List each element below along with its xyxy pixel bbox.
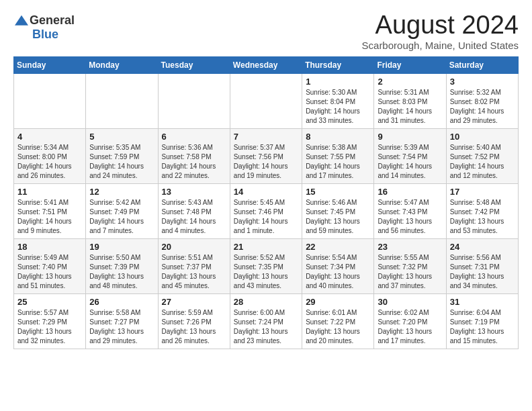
day-cell: 28Sunrise: 6:00 AM Sunset: 7:24 PM Dayli… <box>230 294 302 349</box>
day-info: Sunrise: 5:48 AM Sunset: 7:42 PM Dayligh… <box>450 198 515 236</box>
day-info: Sunrise: 5:34 AM Sunset: 8:00 PM Dayligh… <box>17 143 82 181</box>
day-info: Sunrise: 6:04 AM Sunset: 7:19 PM Dayligh… <box>450 308 515 346</box>
day-cell <box>14 74 86 129</box>
day-cell: 16Sunrise: 5:47 AM Sunset: 7:43 PM Dayli… <box>374 184 446 239</box>
day-info: Sunrise: 5:39 AM Sunset: 7:54 PM Dayligh… <box>378 143 442 181</box>
day-info: Sunrise: 5:54 AM Sunset: 7:34 PM Dayligh… <box>306 253 370 291</box>
day-number: 18 <box>17 242 82 252</box>
day-info: Sunrise: 5:50 AM Sunset: 7:39 PM Dayligh… <box>89 253 154 291</box>
day-number: 14 <box>234 187 298 197</box>
day-cell: 9Sunrise: 5:39 AM Sunset: 7:54 PM Daylig… <box>374 129 446 184</box>
calendar-table: SundayMondayTuesdayWednesdayThursdayFrid… <box>13 56 519 349</box>
day-info: Sunrise: 5:55 AM Sunset: 7:32 PM Dayligh… <box>378 253 442 291</box>
logo-icon <box>13 14 30 28</box>
location: Scarborough, Maine, United States <box>362 40 519 51</box>
weekday-header-row: SundayMondayTuesdayWednesdayThursdayFrid… <box>14 57 519 74</box>
day-number: 24 <box>450 242 515 252</box>
day-number: 23 <box>378 242 442 252</box>
weekday-header-wednesday: Wednesday <box>230 57 302 74</box>
day-info: Sunrise: 5:56 AM Sunset: 7:31 PM Dayligh… <box>450 253 515 291</box>
day-cell: 23Sunrise: 5:55 AM Sunset: 7:32 PM Dayli… <box>374 239 446 294</box>
day-number: 3 <box>450 77 515 87</box>
day-cell: 31Sunrise: 6:04 AM Sunset: 7:19 PM Dayli… <box>446 294 518 349</box>
day-info: Sunrise: 5:35 AM Sunset: 7:59 PM Dayligh… <box>89 143 154 181</box>
day-number: 15 <box>306 187 370 197</box>
day-number: 21 <box>234 242 298 252</box>
day-number: 6 <box>162 132 226 142</box>
day-number: 12 <box>89 187 154 197</box>
day-cell: 12Sunrise: 5:42 AM Sunset: 7:49 PM Dayli… <box>86 184 158 239</box>
day-number: 8 <box>306 132 370 142</box>
week-row-5: 25Sunrise: 5:57 AM Sunset: 7:29 PM Dayli… <box>14 294 519 349</box>
day-cell: 2Sunrise: 5:31 AM Sunset: 8:03 PM Daylig… <box>374 74 446 129</box>
day-cell: 25Sunrise: 5:57 AM Sunset: 7:29 PM Dayli… <box>14 294 86 349</box>
day-info: Sunrise: 5:47 AM Sunset: 7:43 PM Dayligh… <box>378 198 442 236</box>
day-number: 1 <box>306 77 370 87</box>
day-number: 2 <box>378 77 442 87</box>
day-number: 13 <box>162 187 226 197</box>
day-cell: 22Sunrise: 5:54 AM Sunset: 7:34 PM Dayli… <box>302 239 374 294</box>
day-info: Sunrise: 5:45 AM Sunset: 7:46 PM Dayligh… <box>234 198 298 236</box>
day-cell: 3Sunrise: 5:32 AM Sunset: 8:02 PM Daylig… <box>446 74 518 129</box>
day-info: Sunrise: 5:59 AM Sunset: 7:26 PM Dayligh… <box>162 308 226 346</box>
day-cell: 11Sunrise: 5:41 AM Sunset: 7:51 PM Dayli… <box>14 184 86 239</box>
weekday-header-thursday: Thursday <box>302 57 374 74</box>
day-cell <box>158 74 230 129</box>
day-number: 28 <box>234 297 298 307</box>
day-cell: 18Sunrise: 5:49 AM Sunset: 7:40 PM Dayli… <box>14 239 86 294</box>
day-info: Sunrise: 5:31 AM Sunset: 8:03 PM Dayligh… <box>378 88 442 126</box>
day-cell: 17Sunrise: 5:48 AM Sunset: 7:42 PM Dayli… <box>446 184 518 239</box>
day-number: 10 <box>450 132 515 142</box>
weekday-header-tuesday: Tuesday <box>158 57 230 74</box>
day-info: Sunrise: 5:46 AM Sunset: 7:45 PM Dayligh… <box>306 198 370 236</box>
month-title: August 2024 <box>362 11 519 40</box>
weekday-header-saturday: Saturday <box>446 57 518 74</box>
day-number: 7 <box>234 132 298 142</box>
weekday-header-monday: Monday <box>86 57 158 74</box>
day-number: 31 <box>450 297 515 307</box>
day-cell: 30Sunrise: 6:02 AM Sunset: 7:20 PM Dayli… <box>374 294 446 349</box>
logo: General Blue <box>13 13 75 42</box>
day-number: 4 <box>17 132 82 142</box>
day-info: Sunrise: 6:01 AM Sunset: 7:22 PM Dayligh… <box>306 308 370 346</box>
day-info: Sunrise: 5:57 AM Sunset: 7:29 PM Dayligh… <box>17 308 82 346</box>
day-cell: 1Sunrise: 5:30 AM Sunset: 8:04 PM Daylig… <box>302 74 374 129</box>
day-number: 17 <box>450 187 515 197</box>
day-info: Sunrise: 5:41 AM Sunset: 7:51 PM Dayligh… <box>17 198 82 236</box>
day-cell: 26Sunrise: 5:58 AM Sunset: 7:27 PM Dayli… <box>86 294 158 349</box>
svg-marker-0 <box>15 15 28 25</box>
day-number: 20 <box>162 242 226 252</box>
day-number: 5 <box>89 132 154 142</box>
day-info: Sunrise: 5:42 AM Sunset: 7:49 PM Dayligh… <box>89 198 154 236</box>
day-info: Sunrise: 5:49 AM Sunset: 7:40 PM Dayligh… <box>17 253 82 291</box>
day-cell: 27Sunrise: 5:59 AM Sunset: 7:26 PM Dayli… <box>158 294 230 349</box>
day-info: Sunrise: 5:30 AM Sunset: 8:04 PM Dayligh… <box>306 88 370 126</box>
day-cell: 20Sunrise: 5:51 AM Sunset: 7:37 PM Dayli… <box>158 239 230 294</box>
day-number: 25 <box>17 297 82 307</box>
day-number: 29 <box>306 297 370 307</box>
day-cell: 10Sunrise: 5:40 AM Sunset: 7:52 PM Dayli… <box>446 129 518 184</box>
day-cell: 29Sunrise: 6:01 AM Sunset: 7:22 PM Dayli… <box>302 294 374 349</box>
page-header: General Blue August 2024 Scarborough, Ma… <box>13 11 519 51</box>
day-info: Sunrise: 5:36 AM Sunset: 7:58 PM Dayligh… <box>162 143 226 181</box>
day-info: Sunrise: 5:58 AM Sunset: 7:27 PM Dayligh… <box>89 308 154 346</box>
day-number: 19 <box>89 242 154 252</box>
day-cell: 21Sunrise: 5:52 AM Sunset: 7:35 PM Dayli… <box>230 239 302 294</box>
logo-general: General <box>30 13 75 28</box>
day-info: Sunrise: 5:40 AM Sunset: 7:52 PM Dayligh… <box>450 143 515 181</box>
day-info: Sunrise: 6:00 AM Sunset: 7:24 PM Dayligh… <box>234 308 298 346</box>
day-cell: 6Sunrise: 5:36 AM Sunset: 7:58 PM Daylig… <box>158 129 230 184</box>
week-row-2: 4Sunrise: 5:34 AM Sunset: 8:00 PM Daylig… <box>14 129 519 184</box>
day-cell <box>230 74 302 129</box>
day-info: Sunrise: 5:51 AM Sunset: 7:37 PM Dayligh… <box>162 253 226 291</box>
weekday-header-sunday: Sunday <box>14 57 86 74</box>
logo-blue: Blue <box>32 28 58 42</box>
day-info: Sunrise: 6:02 AM Sunset: 7:20 PM Dayligh… <box>378 308 442 346</box>
title-area: August 2024 Scarborough, Maine, United S… <box>362 11 519 51</box>
day-info: Sunrise: 5:43 AM Sunset: 7:48 PM Dayligh… <box>162 198 226 236</box>
week-row-1: 1Sunrise: 5:30 AM Sunset: 8:04 PM Daylig… <box>14 74 519 129</box>
day-cell: 5Sunrise: 5:35 AM Sunset: 7:59 PM Daylig… <box>86 129 158 184</box>
day-number: 26 <box>89 297 154 307</box>
day-cell: 14Sunrise: 5:45 AM Sunset: 7:46 PM Dayli… <box>230 184 302 239</box>
day-info: Sunrise: 5:37 AM Sunset: 7:56 PM Dayligh… <box>234 143 298 181</box>
